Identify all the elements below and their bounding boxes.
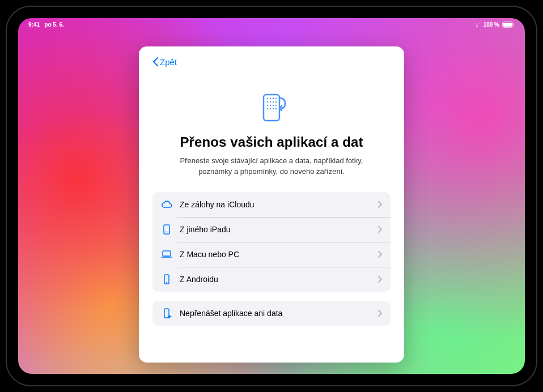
svg-point-12 [267, 105, 268, 106]
svg-point-16 [267, 108, 268, 109]
svg-point-17 [270, 108, 271, 109]
page-subtitle: Přeneste svoje stávající aplikace a data… [169, 156, 374, 177]
status-date: po 5. 6. [44, 22, 63, 28]
option-label: Nepřenášet aplikace ani data [180, 309, 378, 318]
option-icloud-backup[interactable]: Ze zálohy na iCloudu [152, 192, 391, 217]
svg-rect-1 [503, 23, 512, 27]
transfer-hero-icon [251, 88, 292, 129]
svg-point-14 [273, 105, 274, 106]
ipad-frame: 9:41 po 5. 6. 100 % Zpět [6, 6, 537, 386]
chevron-right-icon [378, 251, 383, 258]
laptop-icon [160, 248, 173, 261]
svg-point-18 [273, 108, 274, 109]
svg-rect-2 [514, 23, 515, 25]
option-dont-transfer[interactable]: Nepřenášet aplikace ani data [152, 301, 391, 326]
battery-icon [502, 22, 515, 28]
no-transfer-group: Nepřenášet aplikace ani data [152, 301, 391, 326]
option-label: Z Macu nebo PC [180, 250, 378, 259]
android-icon [160, 273, 173, 286]
option-android[interactable]: Z Androidu [152, 267, 391, 292]
cloud-icon [160, 198, 173, 211]
svg-point-24 [166, 282, 167, 283]
option-label: Ze zálohy na iCloudu [180, 200, 378, 209]
svg-rect-22 [163, 251, 171, 256]
page-title: Přenos vašich aplikací a dat [152, 134, 391, 150]
svg-point-11 [275, 101, 277, 103]
chevron-right-icon [378, 201, 383, 208]
ipad-screen: 9:41 po 5. 6. 100 % Zpět [18, 18, 525, 374]
option-mac-or-pc[interactable]: Z Macu nebo PC [152, 242, 391, 267]
svg-rect-3 [264, 95, 279, 121]
back-button[interactable]: Zpět [152, 56, 177, 68]
transfer-options-group: Ze zálohy na iCloudu Z jiného iPadu [152, 192, 391, 292]
status-battery-pct: 100 % [483, 22, 499, 28]
status-right: 100 % [473, 22, 515, 28]
option-label: Z Androidu [180, 275, 378, 284]
chevron-right-icon [378, 276, 383, 283]
phone-plus-icon [160, 307, 173, 319]
hero: Přenos vašich aplikací a dat Přeneste sv… [152, 88, 391, 177]
ipad-icon [160, 223, 173, 236]
svg-point-7 [275, 98, 277, 99]
svg-point-9 [270, 101, 271, 103]
status-left: 9:41 po 5. 6. [28, 22, 64, 28]
chevron-left-icon [152, 57, 159, 66]
svg-point-8 [267, 101, 268, 103]
back-label: Zpět [160, 57, 177, 67]
wifi-icon [473, 22, 481, 27]
chevron-right-icon [378, 310, 383, 317]
svg-point-19 [275, 108, 277, 109]
svg-point-4 [267, 98, 268, 99]
svg-point-5 [270, 98, 271, 99]
svg-rect-20 [164, 225, 169, 234]
status-time: 9:41 [28, 22, 40, 28]
setup-dialog: Zpět Přenos [139, 46, 404, 363]
chevron-right-icon [378, 226, 383, 233]
status-bar: 9:41 po 5. 6. 100 % [18, 18, 525, 31]
svg-point-6 [273, 98, 274, 99]
svg-point-13 [270, 105, 271, 106]
svg-point-15 [275, 105, 277, 106]
option-label: Z jiného iPadu [180, 225, 378, 234]
svg-point-10 [273, 101, 274, 103]
option-another-ipad[interactable]: Z jiného iPadu [152, 217, 391, 242]
